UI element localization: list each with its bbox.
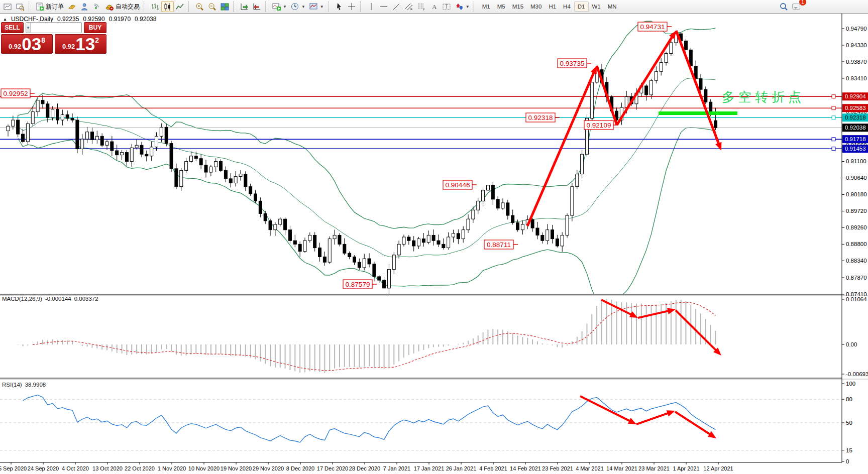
svg-text:14 Mar 2021: 14 Mar 2021 <box>606 465 637 471</box>
price-callout: 0.88711 <box>484 240 518 249</box>
bar-chart-icon <box>151 3 159 11</box>
signals-button[interactable] <box>91 1 103 12</box>
macd-axis: 0.010640.00-0.006934 <box>842 296 868 377</box>
svg-text:17 Dec 2020: 17 Dec 2020 <box>317 465 348 471</box>
chart-canvas[interactable]: 0.929520.937350.947310.923180.921090.904… <box>0 0 868 474</box>
tile-windows-button[interactable] <box>219 1 231 12</box>
zoom-out-icon <box>208 3 216 11</box>
candles <box>7 31 717 294</box>
chart-profiles-button[interactable] <box>14 1 27 12</box>
svg-text:0.90640: 0.90640 <box>846 175 867 181</box>
autotrading-button[interactable]: 自动交易 <box>103 1 142 12</box>
volume-stepper: ▼ ▲ <box>26 22 82 33</box>
svg-text:24 Sep 2020: 24 Sep 2020 <box>28 465 59 471</box>
auto-scroll-icon <box>240 3 249 11</box>
text-tool-button[interactable]: A <box>428 1 441 12</box>
line-chart-mode-button[interactable] <box>174 1 186 12</box>
svg-text:4 Mar 2021: 4 Mar 2021 <box>576 465 604 471</box>
timeframe-button-mn[interactable]: MN <box>604 2 620 12</box>
zoom-in-button[interactable] <box>193 1 206 12</box>
svg-text:13 Oct 2020: 13 Oct 2020 <box>92 465 123 471</box>
new-chart-button[interactable] <box>2 1 14 12</box>
channel-tool-button[interactable]: E <box>403 1 415 12</box>
market-button[interactable] <box>78 1 91 12</box>
templates-icon <box>309 3 318 11</box>
svg-text:12 Apr 2021: 12 Apr 2021 <box>703 465 733 471</box>
vertical-line-tool-button[interactable] <box>365 1 378 12</box>
search-button[interactable] <box>778 1 790 12</box>
svg-text:A: A <box>432 3 437 11</box>
sell-price-panel[interactable]: 0.92 03 8 <box>1 34 53 54</box>
volume-input[interactable] <box>31 23 82 33</box>
timeframe-button-h4[interactable]: H4 <box>560 2 574 12</box>
zoom-out-button[interactable] <box>206 1 219 12</box>
line-chart-icon <box>176 3 184 11</box>
text-label-tool-button[interactable]: T <box>441 1 453 12</box>
svg-text:7 Jan 2021: 7 Jan 2021 <box>383 465 410 471</box>
sell-price-prefix: 0.92 <box>9 43 21 50</box>
cursor-button[interactable] <box>333 1 346 12</box>
buy-price-panel[interactable]: 0.92 13 2 <box>55 34 106 54</box>
timeframe-button-m1[interactable]: M1 <box>479 2 494 12</box>
svg-text:0.88340: 0.88340 <box>846 258 867 264</box>
trendline-tool-button[interactable] <box>390 1 403 12</box>
vertical-line-icon <box>367 3 376 11</box>
svg-text:100: 100 <box>846 381 855 387</box>
toolbar-separator <box>188 2 192 12</box>
macd-signal-value: 0.003372 <box>74 296 98 302</box>
timeframe-button-m30[interactable]: M30 <box>527 2 545 12</box>
svg-text:0.87870: 0.87870 <box>846 275 867 281</box>
chart-shift-icon <box>253 3 261 11</box>
timeframe-button-m5[interactable]: M5 <box>494 2 509 12</box>
autotrading-icon <box>105 3 114 11</box>
text-icon: A <box>430 3 439 11</box>
rsi-indicator-label: RSI(14) 38.9908 <box>2 382 46 388</box>
toolbar-separator <box>265 2 269 12</box>
new-order-button[interactable]: 新订单 <box>34 1 66 12</box>
volume-decrease-button[interactable]: ▼ <box>26 23 31 33</box>
crosshair-button[interactable] <box>346 1 358 12</box>
periods-button[interactable]: ▼ <box>289 1 307 12</box>
buy-price-prefix: 0.92 <box>62 43 75 50</box>
chart-shift-button[interactable] <box>251 1 263 12</box>
chart-window: 0.929520.937350.947310.923180.921090.904… <box>0 14 868 474</box>
signals-icon <box>93 3 101 11</box>
svg-text:T: T <box>445 4 448 10</box>
sell-price-sup: 8 <box>41 36 45 44</box>
horizontal-line-tool-button[interactable] <box>378 1 390 12</box>
bar-chart-mode-button[interactable] <box>149 1 161 12</box>
svg-text:1 Nov 2020: 1 Nov 2020 <box>158 465 186 471</box>
svg-text:0.94330: 0.94330 <box>846 42 867 48</box>
svg-text:8 Dec 2020: 8 Dec 2020 <box>286 465 314 471</box>
one-click-trading-panel: SELL ▼ ▲ BUY 0.92 03 8 0.92 13 2 <box>1 22 106 54</box>
close-value: 0.92038 <box>135 16 156 23</box>
main-toolbar: 新订单 自动交易 ▼ ▼ ▼ E F A T ▼ M1M5M15M30H1H4D… <box>0 0 868 14</box>
autotrading-label: 自动交易 <box>116 3 140 11</box>
svg-text:-0.006934: -0.006934 <box>846 371 868 377</box>
date-axis: 15 Sep 202024 Sep 20204 Oct 202013 Oct 2… <box>0 462 733 471</box>
auto-scroll-button[interactable] <box>238 1 251 12</box>
sell-button[interactable]: SELL <box>1 22 24 33</box>
toolbar-separator <box>233 2 237 12</box>
timeframe-button-m15[interactable]: M15 <box>509 2 527 12</box>
buy-button[interactable]: BUY <box>84 22 106 33</box>
candlestick-mode-button[interactable] <box>161 1 174 12</box>
profiles-icon <box>16 3 25 11</box>
metaeditor-button[interactable] <box>66 1 78 12</box>
svg-text:4 Feb 2021: 4 Feb 2021 <box>479 465 507 471</box>
timeframe-button-w1[interactable]: W1 <box>589 2 604 12</box>
svg-text:1 Apr 2021: 1 Apr 2021 <box>673 465 699 471</box>
fibonacci-tool-button[interactable]: F <box>415 1 428 12</box>
arrows-tool-button[interactable]: ▼ <box>453 1 472 12</box>
svg-text:0: 0 <box>846 458 849 464</box>
sell-price-big: 03 <box>22 37 41 52</box>
timeframe-button-h1[interactable]: H1 <box>545 2 560 12</box>
price-callout: 0.92318 <box>526 113 560 122</box>
indicators-button[interactable]: ▼ <box>270 1 289 12</box>
toolbar-separator <box>474 2 477 12</box>
templates-button[interactable]: ▼ <box>307 1 326 12</box>
svg-text:0.89260: 0.89260 <box>846 224 867 230</box>
notifications-button[interactable]: 1 <box>790 1 802 12</box>
timeframe-button-d1[interactable]: D1 <box>574 2 589 12</box>
svg-text:F: F <box>423 8 425 11</box>
